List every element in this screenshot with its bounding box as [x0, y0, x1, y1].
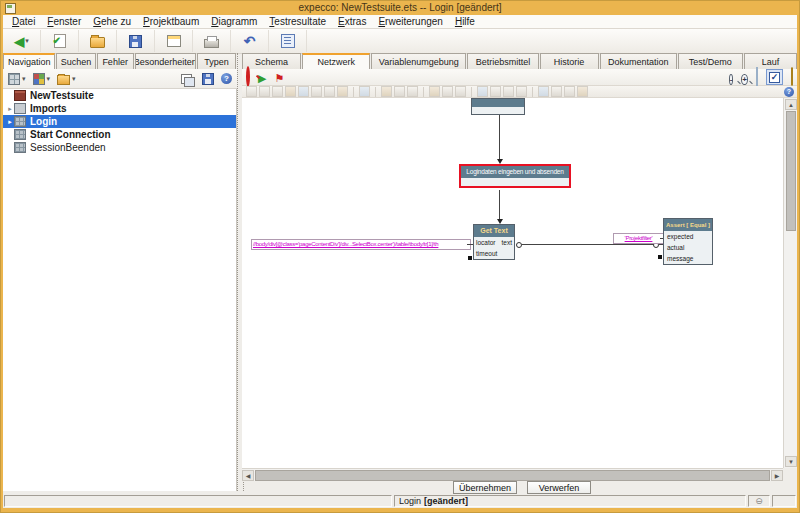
tab-netzwerk[interactable]: Netzwerk — [302, 53, 370, 69]
align-horizontal-icon[interactable] — [538, 86, 549, 97]
expand-arrow-icon[interactable]: ▸ — [6, 105, 14, 113]
scroll-up-icon[interactable]: ▲ — [785, 99, 797, 110]
accept-button[interactable]: ✔ — [41, 30, 79, 52]
back-button[interactable]: ◀▾ — [3, 30, 41, 52]
message-pin-icon[interactable] — [658, 255, 662, 259]
autoconnect-icon[interactable] — [503, 86, 514, 97]
page-properties-icon[interactable] — [337, 86, 348, 97]
snapshot-button[interactable] — [791, 68, 793, 86]
help-icon[interactable]: ? — [784, 87, 794, 97]
tree-item-start-connection[interactable]: Start Connection — [3, 128, 236, 141]
disconnect-pins-icon[interactable] — [490, 86, 501, 97]
tree-item-login[interactable]: ▸ Login — [3, 115, 236, 128]
input-pin-message[interactable]: message — [664, 253, 712, 264]
zoom-out-button[interactable]: - — [729, 68, 734, 86]
xpath-locator-label[interactable]: //body/div[@class='pageContentDiv']/div.… — [251, 239, 471, 250]
cut-step-icon[interactable] — [394, 86, 405, 97]
palette-icon[interactable] — [359, 86, 370, 97]
help-button[interactable]: ? — [219, 72, 234, 85]
print-page-icon[interactable] — [285, 86, 296, 97]
new-colored-component-menu-button[interactable]: ▾ — [31, 72, 53, 86]
new-folder-menu-button[interactable]: ▾ — [55, 72, 78, 86]
filter-value-label[interactable]: 'Projektfilter' — [613, 233, 664, 244]
new-window-button[interactable] — [155, 30, 193, 52]
tab-typen[interactable]: Typen — [197, 53, 236, 69]
output-pin-text[interactable]: text — [502, 237, 512, 248]
tab-navigation[interactable]: Navigation — [3, 53, 55, 69]
grid-toggle-button[interactable] — [756, 68, 758, 86]
editor-settings-button[interactable] — [269, 30, 307, 52]
snap-checkbox[interactable]: ✓ — [766, 69, 783, 85]
copy-step-icon[interactable] — [407, 86, 418, 97]
menu-diagramm[interactable]: Diagramm — [206, 16, 262, 27]
horizontal-scrollbar[interactable]: ◀ ▶ — [242, 468, 783, 481]
scroll-right-icon[interactable]: ▶ — [771, 470, 783, 481]
menu-extras[interactable]: Extras — [333, 16, 371, 27]
scrollbar-thumb[interactable] — [255, 470, 770, 481]
paste-page-icon[interactable] — [311, 86, 322, 97]
delete-step-icon[interactable] — [455, 86, 466, 97]
scroll-down-icon[interactable]: ▼ — [785, 456, 797, 467]
open-page-icon[interactable] — [259, 86, 270, 97]
tree-item-newtestsuite[interactable]: NewTestsuite — [3, 89, 236, 102]
menu-erweiterungen[interactable]: Erweiterungen — [373, 16, 447, 27]
apply-button[interactable]: Übernehmen — [453, 481, 517, 494]
network-canvas[interactable]: Logindaten eingeben und absenden Get Tex… — [242, 98, 783, 468]
tab-besonderheiten[interactable]: Besonderheiten — [135, 53, 196, 69]
tab-schema[interactable]: Schema — [242, 53, 301, 69]
input-pin-expected[interactable]: expected — [664, 231, 712, 242]
cleanup-layout-icon[interactable] — [516, 86, 527, 97]
menu-testresultate[interactable]: Testresultate — [264, 16, 331, 27]
insert-step-icon[interactable] — [442, 86, 453, 97]
save-button[interactable] — [117, 30, 155, 52]
tab-variablenumgebung[interactable]: Variablenumgebung — [371, 53, 466, 69]
menu-projektbaum[interactable]: Projektbaum — [138, 16, 204, 27]
scrollbar-thumb[interactable] — [786, 111, 796, 231]
expand-arrow-icon[interactable]: ▸ — [6, 118, 14, 126]
print-button[interactable] — [193, 30, 231, 52]
paste-step-icon[interactable] — [429, 86, 440, 97]
save-page-icon[interactable] — [272, 86, 283, 97]
tab-dokumentation[interactable]: Dokumentation — [600, 53, 677, 69]
save-view-button[interactable] — [200, 72, 216, 86]
new-component-menu-button[interactable]: ▾ — [6, 72, 28, 86]
undo-edit-icon[interactable] — [381, 86, 392, 97]
tab-suchen[interactable]: Suchen — [56, 53, 95, 69]
menu-fenster[interactable]: Fenster — [42, 16, 86, 27]
zoom-in-button[interactable]: + — [741, 68, 748, 86]
copy-page-icon[interactable] — [298, 86, 309, 97]
assert-equal-block[interactable]: Assert [ Equal ] expected actual message — [663, 218, 713, 265]
menu-gehe-zu[interactable]: Gehe zu — [88, 16, 136, 27]
tab-test-demo[interactable]: Test/Demo — [678, 53, 743, 69]
output-port-icon[interactable] — [516, 242, 522, 248]
breakpoint-flag-button[interactable]: ⚑ — [274, 68, 284, 86]
menu-datei[interactable]: Datei — [7, 16, 40, 27]
input-pin-locator[interactable]: locator — [476, 237, 496, 248]
tree-item-sessionbeenden[interactable]: SessionBeenden — [3, 141, 236, 154]
tab-lauf[interactable]: Lauf — [744, 53, 797, 69]
delete-page-icon[interactable] — [324, 86, 335, 97]
undo-button[interactable]: ↶ — [231, 30, 269, 52]
selected-step-block[interactable]: Logindaten eingeben und absenden — [459, 164, 571, 188]
vertical-scrollbar[interactable]: ▲ ▼ — [783, 98, 797, 468]
tree-item-imports[interactable]: ▸ Imports — [3, 102, 236, 115]
tab-betriebsmittel[interactable]: Betriebsmittel — [467, 53, 538, 69]
align-vertical-icon[interactable] — [551, 86, 562, 97]
clipped-step-block[interactable] — [471, 98, 525, 115]
scroll-left-icon[interactable]: ◀ — [242, 470, 254, 481]
timeout-pin-icon[interactable] — [468, 256, 472, 260]
copy-view-button[interactable] — [179, 73, 197, 85]
get-text-block[interactable]: Get Text locator text timeout — [473, 224, 515, 260]
connect-pins-icon[interactable] — [477, 86, 488, 97]
open-file-button[interactable] — [79, 30, 117, 52]
discard-button[interactable]: Verwerfen — [527, 481, 591, 494]
input-pin-timeout[interactable]: timeout — [476, 248, 497, 259]
tab-historie[interactable]: Historie — [540, 53, 599, 69]
new-page-icon[interactable] — [246, 86, 257, 97]
menu-hilfe[interactable]: Hilfe — [450, 16, 480, 27]
tab-fehler[interactable]: Fehler — [97, 53, 134, 69]
search-red-button[interactable] — [246, 68, 250, 86]
distribute-steps-icon[interactable] — [564, 86, 575, 97]
snap-to-grid-icon[interactable] — [577, 86, 588, 97]
input-pin-actual[interactable]: actual — [664, 242, 712, 253]
